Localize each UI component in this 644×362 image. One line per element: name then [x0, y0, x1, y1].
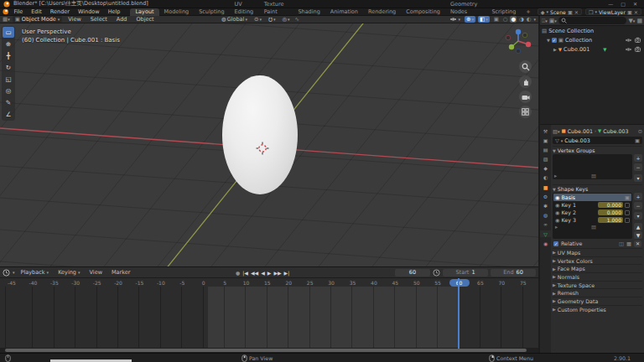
- shading-rendered-button[interactable]: ◐: [527, 16, 532, 23]
- properties-tab-constraints[interactable]: ∞: [541, 221, 551, 228]
- add-vertex-group-button[interactable]: +: [634, 154, 642, 162]
- mute-checkbox[interactable]: [625, 218, 630, 223]
- panel-normals[interactable]: ▶Normals: [553, 272, 642, 281]
- edit-mode-icon[interactable]: ▦: [626, 240, 631, 246]
- scale-tool[interactable]: ◱: [3, 74, 14, 85]
- add-shape-key-button[interactable]: +: [634, 193, 642, 200]
- remove-layer-icon[interactable]: ✕: [634, 9, 638, 15]
- close-button[interactable]: ✕: [633, 1, 637, 7]
- use-preview-range-clock-icon[interactable]: [433, 269, 440, 277]
- properties-tab-object-data[interactable]: ▽: [540, 230, 551, 237]
- remove-vertex-group-button[interactable]: −: [634, 163, 642, 171]
- annotate-tool[interactable]: ✎: [3, 97, 14, 108]
- next-keyframe-button[interactable]: ▶▶: [273, 270, 281, 276]
- properties-tab-view-layer[interactable]: ▨: [541, 156, 551, 163]
- show-gizmo-toggle[interactable]: ⊕▾: [465, 16, 475, 23]
- shading-solid-button[interactable]: ●: [510, 16, 517, 23]
- shape-key-row-1[interactable]: ◉ Key 1 0.000: [553, 201, 631, 209]
- tab-texture-paint[interactable]: Texture Paint: [259, 1, 293, 16]
- toggle-perspective-button[interactable]: [519, 106, 532, 118]
- pin-icon[interactable]: ⊙: [638, 128, 642, 134]
- pan-button[interactable]: [519, 75, 532, 88]
- shape-key-value-field[interactable]: 0.000: [598, 209, 623, 215]
- menu-marker[interactable]: Marker: [108, 269, 133, 277]
- mode-dropdown[interactable]: ▣ Object Mode ▾: [13, 16, 63, 23]
- shape-key-value-field[interactable]: 1.000: [598, 217, 623, 223]
- panel-face-maps[interactable]: ▶Face Maps: [553, 264, 642, 272]
- editor-type-icon[interactable]: ▦▾: [3, 16, 10, 23]
- pivot-point-dropdown[interactable]: ⊙▾: [252, 16, 263, 23]
- breadcrumb-data[interactable]: Cube.003: [603, 128, 628, 134]
- properties-tab-world[interactable]: ◐: [541, 174, 551, 181]
- hide-eye-icon[interactable]: [625, 47, 632, 52]
- rotate-tool[interactable]: ↻: [3, 62, 14, 73]
- panel-remesh[interactable]: ▶Remesh: [553, 288, 642, 297]
- new-scene-icon[interactable]: ▣: [568, 9, 573, 15]
- clock-icon[interactable]: [3, 269, 10, 277]
- outliner-row-cube-001[interactable]: ▶ ▼ Cube.001 ▼: [540, 44, 644, 54]
- vertex-groups-panel-header[interactable]: ▼Vertex Groups: [553, 146, 642, 154]
- menu-keying[interactable]: Keying ▾: [55, 269, 83, 277]
- mute-checkbox[interactable]: [625, 203, 630, 208]
- menu-render[interactable]: Render: [47, 8, 73, 16]
- menu-view[interactable]: View: [65, 16, 84, 23]
- shape-key-row-3[interactable]: ◉ Key 3 1.000: [553, 216, 631, 224]
- prev-keyframe-button[interactable]: ◀◀: [251, 270, 258, 276]
- tab-geometry-nodes[interactable]: Geometry Nodes: [445, 1, 486, 16]
- unlink-scene-icon[interactable]: ✕: [574, 9, 579, 15]
- tab-compositing[interactable]: Compositing: [401, 8, 445, 16]
- move-shape-key-up-button[interactable]: ▲: [634, 223, 642, 230]
- expand-icon[interactable]: ▶: [553, 47, 557, 52]
- menu-window[interactable]: Window: [75, 8, 103, 16]
- playhead-line[interactable]: [458, 278, 460, 349]
- new-layer-icon[interactable]: ▣: [627, 9, 632, 15]
- properties-tab-object[interactable]: ■: [541, 184, 551, 190]
- shape-keys-panel-header[interactable]: ▼Shape Keys: [553, 184, 642, 193]
- show-overlays-toggle[interactable]: ◧▾: [478, 16, 490, 23]
- outliner-row-scene-collection[interactable]: ▤ Scene Collection: [540, 26, 644, 35]
- scene-selector[interactable]: ◆▾ Scene ▣✕: [538, 8, 582, 15]
- current-frame-field[interactable]: 60: [395, 269, 430, 277]
- start-frame-field[interactable]: Start1: [443, 269, 488, 277]
- properties-tab-modifiers[interactable]: ⚙: [541, 193, 551, 199]
- tab-animation[interactable]: Animation: [325, 8, 363, 16]
- measure-tool[interactable]: ∠: [3, 109, 14, 120]
- properties-tab-output[interactable]: ▤: [541, 146, 551, 153]
- breadcrumb-object[interactable]: Cube.001: [568, 128, 593, 134]
- transform-orientation-dropdown[interactable]: ◍Global▾: [220, 16, 249, 23]
- select-box-tool[interactable]: ▭: [3, 27, 14, 38]
- properties-tab-render[interactable]: ▣: [541, 137, 551, 143]
- tab-scripting[interactable]: Scripting: [486, 8, 521, 16]
- transform-tool[interactable]: ◎: [3, 85, 14, 96]
- end-frame-field[interactable]: End60: [491, 269, 536, 277]
- fake-user-icon[interactable]: ▣: [635, 137, 640, 143]
- shape-key-row-2[interactable]: ◉ Key 2 0.000: [553, 209, 631, 216]
- scrollbar-thumb[interactable]: [5, 349, 527, 352]
- tab-sculpting[interactable]: Sculpting: [194, 8, 229, 16]
- snap-toggle[interactable]: Ω▾: [267, 16, 277, 23]
- navigation-gizmo[interactable]: [505, 27, 533, 55]
- shape-key-specials-menu[interactable]: ▾: [634, 212, 642, 220]
- properties-tab-tool[interactable]: ⚒: [541, 127, 551, 134]
- data-name-field[interactable]: ▽▾ Cube.003 ▣: [553, 137, 642, 144]
- mute-icon[interactable]: ▣: [625, 194, 630, 200]
- hide-eye-icon[interactable]: [625, 38, 632, 43]
- shape-key-value-field[interactable]: 0.000: [598, 202, 623, 208]
- menu-add[interactable]: Add: [113, 16, 131, 23]
- tab-rendering[interactable]: Rendering: [363, 8, 401, 16]
- tab-modeling[interactable]: Modeling: [159, 8, 195, 16]
- panel-uv-maps[interactable]: ▶UV Maps: [553, 248, 642, 256]
- play-button[interactable]: ▶: [267, 270, 272, 276]
- filter-collection-icon[interactable]: ▣▾: [549, 18, 557, 24]
- move-shape-key-down-button[interactable]: ▼: [634, 231, 642, 239]
- clear-shape-keys-button[interactable]: ✕: [634, 240, 641, 247]
- menu-view-timeline[interactable]: View: [86, 269, 106, 277]
- add-workspace-button[interactable]: +: [521, 8, 535, 16]
- new-collection-button[interactable]: ▦: [636, 18, 642, 24]
- move-tool[interactable]: ╋: [3, 50, 14, 61]
- maximize-button[interactable]: ▢: [621, 1, 626, 7]
- render-visibility-icon[interactable]: [635, 37, 642, 43]
- expand-icon[interactable]: ▼: [547, 38, 550, 43]
- shading-material-button[interactable]: ◑: [519, 16, 524, 23]
- cursor-tool[interactable]: ⊕: [3, 39, 14, 49]
